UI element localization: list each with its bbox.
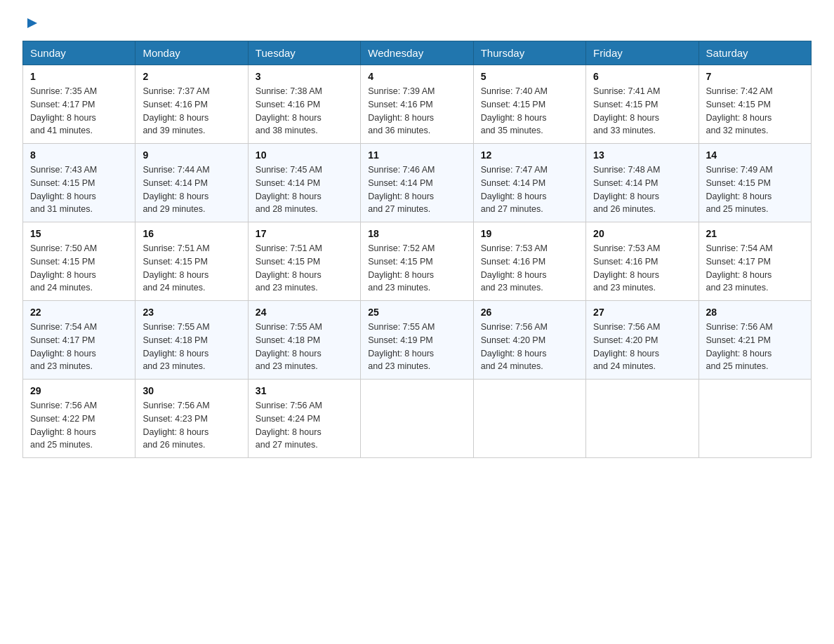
day-info: Sunrise: 7:46 AMSunset: 4:14 PMDaylight:… (368, 163, 465, 216)
svg-marker-0 (27, 18, 37, 28)
day-number: 20 (593, 228, 691, 239)
day-info: Sunrise: 7:54 AMSunset: 4:17 PMDaylight:… (706, 242, 804, 295)
calendar-day-cell: 11Sunrise: 7:46 AMSunset: 4:14 PMDayligh… (361, 144, 473, 222)
calendar-day-cell: 3Sunrise: 7:38 AMSunset: 4:16 PMDaylight… (248, 65, 360, 144)
day-number: 2 (143, 71, 240, 82)
day-number: 19 (481, 228, 578, 239)
weekday-header-row: SundayMondayTuesdayWednesdayThursdayFrid… (23, 41, 812, 65)
day-number: 9 (143, 149, 240, 161)
calendar-day-cell: 12Sunrise: 7:47 AMSunset: 4:14 PMDayligh… (473, 144, 585, 222)
day-number: 8 (30, 149, 128, 161)
day-info: Sunrise: 7:43 AMSunset: 4:15 PMDaylight:… (30, 163, 128, 216)
day-number: 6 (593, 71, 691, 82)
day-number: 5 (481, 71, 578, 82)
day-info: Sunrise: 7:39 AMSunset: 4:16 PMDaylight:… (368, 85, 465, 137)
day-number: 29 (30, 385, 128, 396)
calendar-day-cell: 15Sunrise: 7:50 AMSunset: 4:15 PMDayligh… (23, 222, 135, 301)
day-info: Sunrise: 7:48 AMSunset: 4:14 PMDaylight:… (593, 163, 691, 216)
day-info: Sunrise: 7:52 AMSunset: 4:15 PMDaylight:… (368, 242, 465, 295)
day-number: 17 (256, 228, 353, 239)
calendar-day-cell: 23Sunrise: 7:55 AMSunset: 4:18 PMDayligh… (135, 301, 248, 380)
day-info: Sunrise: 7:47 AMSunset: 4:14 PMDaylight:… (481, 163, 578, 216)
day-info: Sunrise: 7:56 AMSunset: 4:21 PMDaylight:… (706, 321, 804, 373)
calendar-day-cell: 6Sunrise: 7:41 AMSunset: 4:15 PMDaylight… (586, 65, 699, 144)
calendar-day-cell: 30Sunrise: 7:56 AMSunset: 4:23 PMDayligh… (135, 380, 248, 458)
calendar-day-cell: 10Sunrise: 7:45 AMSunset: 4:14 PMDayligh… (248, 144, 360, 222)
day-number: 21 (706, 228, 804, 239)
day-info: Sunrise: 7:55 AMSunset: 4:18 PMDaylight:… (256, 321, 353, 373)
logo (22, 17, 39, 32)
calendar-day-cell: 27Sunrise: 7:56 AMSunset: 4:20 PMDayligh… (586, 301, 699, 380)
day-info: Sunrise: 7:55 AMSunset: 4:19 PMDaylight:… (368, 321, 465, 373)
day-info: Sunrise: 7:56 AMSunset: 4:20 PMDaylight:… (593, 321, 691, 373)
weekday-header-sunday: Sunday (23, 41, 135, 65)
calendar-day-cell: 5Sunrise: 7:40 AMSunset: 4:15 PMDaylight… (473, 65, 585, 144)
day-info: Sunrise: 7:38 AMSunset: 4:16 PMDaylight:… (256, 85, 353, 137)
weekday-header-saturday: Saturday (699, 41, 811, 65)
day-info: Sunrise: 7:41 AMSunset: 4:15 PMDaylight:… (593, 85, 691, 137)
empty-cell (361, 380, 473, 458)
day-number: 4 (368, 71, 465, 82)
day-info: Sunrise: 7:55 AMSunset: 4:18 PMDaylight:… (143, 321, 240, 373)
day-info: Sunrise: 7:51 AMSunset: 4:15 PMDaylight:… (256, 242, 353, 295)
day-info: Sunrise: 7:49 AMSunset: 4:15 PMDaylight:… (706, 163, 804, 216)
day-info: Sunrise: 7:45 AMSunset: 4:14 PMDaylight:… (256, 163, 353, 216)
page-header (22, 17, 812, 32)
day-number: 18 (368, 228, 465, 239)
day-info: Sunrise: 7:56 AMSunset: 4:22 PMDaylight:… (30, 399, 128, 452)
weekday-header-tuesday: Tuesday (248, 41, 360, 65)
day-number: 31 (256, 385, 353, 396)
weekday-header-thursday: Thursday (473, 41, 585, 65)
day-info: Sunrise: 7:51 AMSunset: 4:15 PMDaylight:… (143, 242, 240, 295)
logo-triangle-icon (26, 17, 39, 32)
calendar-week-row: 29Sunrise: 7:56 AMSunset: 4:22 PMDayligh… (23, 380, 812, 458)
day-info: Sunrise: 7:50 AMSunset: 4:15 PMDaylight:… (30, 242, 128, 295)
day-info: Sunrise: 7:44 AMSunset: 4:14 PMDaylight:… (143, 163, 240, 216)
day-info: Sunrise: 7:42 AMSunset: 4:15 PMDaylight:… (706, 85, 804, 137)
day-number: 27 (593, 307, 691, 318)
calendar-day-cell: 14Sunrise: 7:49 AMSunset: 4:15 PMDayligh… (699, 144, 811, 222)
calendar-day-cell: 24Sunrise: 7:55 AMSunset: 4:18 PMDayligh… (248, 301, 360, 380)
calendar-day-cell: 19Sunrise: 7:53 AMSunset: 4:16 PMDayligh… (473, 222, 585, 301)
day-info: Sunrise: 7:37 AMSunset: 4:16 PMDaylight:… (143, 85, 240, 137)
calendar-day-cell: 28Sunrise: 7:56 AMSunset: 4:21 PMDayligh… (699, 301, 811, 380)
calendar-day-cell: 1Sunrise: 7:35 AMSunset: 4:17 PMDaylight… (23, 65, 135, 144)
calendar-day-cell: 26Sunrise: 7:56 AMSunset: 4:20 PMDayligh… (473, 301, 585, 380)
day-number: 28 (706, 307, 804, 318)
day-number: 10 (256, 149, 353, 161)
calendar-day-cell: 8Sunrise: 7:43 AMSunset: 4:15 PMDaylight… (23, 144, 135, 222)
empty-cell (699, 380, 811, 458)
calendar-week-row: 22Sunrise: 7:54 AMSunset: 4:17 PMDayligh… (23, 301, 812, 380)
day-number: 30 (143, 385, 240, 396)
calendar-week-row: 1Sunrise: 7:35 AMSunset: 4:17 PMDaylight… (23, 65, 812, 144)
calendar-day-cell: 29Sunrise: 7:56 AMSunset: 4:22 PMDayligh… (23, 380, 135, 458)
calendar-day-cell: 25Sunrise: 7:55 AMSunset: 4:19 PMDayligh… (361, 301, 473, 380)
day-info: Sunrise: 7:35 AMSunset: 4:17 PMDaylight:… (30, 85, 128, 137)
empty-cell (473, 380, 585, 458)
day-number: 26 (481, 307, 578, 318)
calendar-day-cell: 4Sunrise: 7:39 AMSunset: 4:16 PMDaylight… (361, 65, 473, 144)
weekday-header-monday: Monday (135, 41, 248, 65)
day-number: 23 (143, 307, 240, 318)
day-number: 24 (256, 307, 353, 318)
weekday-header-wednesday: Wednesday (361, 41, 473, 65)
weekday-header-friday: Friday (586, 41, 699, 65)
empty-cell (586, 380, 699, 458)
calendar-day-cell: 18Sunrise: 7:52 AMSunset: 4:15 PMDayligh… (361, 222, 473, 301)
day-number: 7 (706, 71, 804, 82)
calendar-day-cell: 21Sunrise: 7:54 AMSunset: 4:17 PMDayligh… (699, 222, 811, 301)
calendar-day-cell: 17Sunrise: 7:51 AMSunset: 4:15 PMDayligh… (248, 222, 360, 301)
day-info: Sunrise: 7:56 AMSunset: 4:23 PMDaylight:… (143, 399, 240, 452)
day-number: 3 (256, 71, 353, 82)
calendar-week-row: 15Sunrise: 7:50 AMSunset: 4:15 PMDayligh… (23, 222, 812, 301)
day-number: 15 (30, 228, 128, 239)
day-number: 12 (481, 149, 578, 161)
day-info: Sunrise: 7:54 AMSunset: 4:17 PMDaylight:… (30, 321, 128, 373)
calendar-day-cell: 7Sunrise: 7:42 AMSunset: 4:15 PMDaylight… (699, 65, 811, 144)
calendar-day-cell: 31Sunrise: 7:56 AMSunset: 4:24 PMDayligh… (248, 380, 360, 458)
day-number: 13 (593, 149, 691, 161)
day-number: 1 (30, 71, 128, 82)
day-number: 22 (30, 307, 128, 318)
day-number: 11 (368, 149, 465, 161)
calendar-day-cell: 9Sunrise: 7:44 AMSunset: 4:14 PMDaylight… (135, 144, 248, 222)
